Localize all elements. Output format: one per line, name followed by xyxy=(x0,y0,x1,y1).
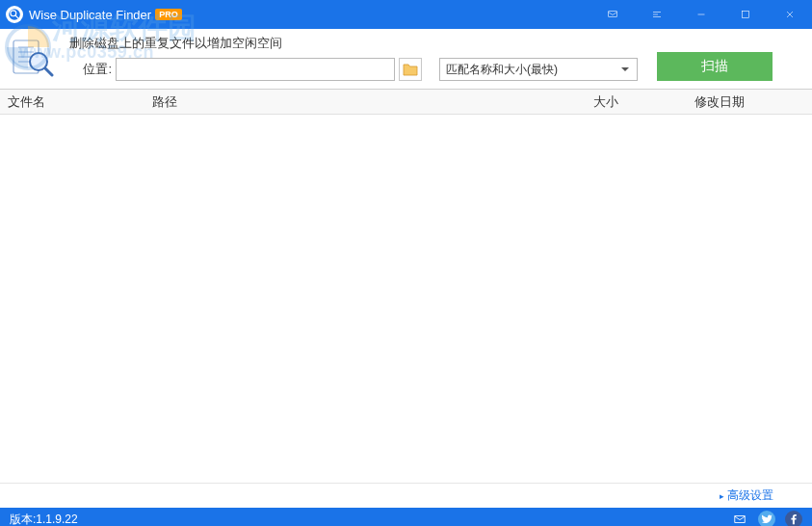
version-label: 版本:1.1.9.22 xyxy=(10,512,78,527)
results-table-body xyxy=(0,115,812,483)
menu-button[interactable] xyxy=(635,0,679,29)
match-mode-selected: 匹配名称和大小(最快) xyxy=(446,62,558,78)
facebook-icon[interactable] xyxy=(785,511,802,526)
svg-rect-8 xyxy=(743,12,749,18)
feedback-button[interactable] xyxy=(590,0,635,29)
app-icon xyxy=(6,6,23,23)
minimize-button[interactable] xyxy=(679,0,723,29)
mail-icon[interactable] xyxy=(731,511,748,526)
location-input[interactable] xyxy=(116,58,395,81)
match-mode-select[interactable]: 匹配名称和大小(最快) xyxy=(439,58,638,81)
column-path[interactable]: 路径 xyxy=(144,90,586,114)
titlebar: Wise Duplicate Finder PRO xyxy=(0,0,812,29)
close-button[interactable] xyxy=(768,0,812,29)
maximize-button[interactable] xyxy=(723,0,768,29)
svg-rect-3 xyxy=(609,12,617,17)
toolbar: 删除磁盘上的重复文件以增加空闲空间 位置: 匹配名称和大小(最快) 扫描 xyxy=(0,29,812,90)
location-label: 位置: xyxy=(65,61,112,78)
advanced-settings-link[interactable]: 高级设置 xyxy=(720,487,773,504)
advanced-settings-row: 高级设置 xyxy=(0,483,812,508)
results-table-header: 文件名 路径 大小 修改日期 xyxy=(0,90,812,115)
column-size[interactable]: 大小 xyxy=(586,90,687,114)
pro-badge: PRO xyxy=(155,9,182,20)
app-title: Wise Duplicate Finder xyxy=(29,8,151,22)
statusbar: 版本:1.1.9.22 xyxy=(0,508,812,526)
browse-folder-button[interactable] xyxy=(399,58,422,81)
column-filename[interactable]: 文件名 xyxy=(0,90,144,114)
scan-button[interactable]: 扫描 xyxy=(657,52,773,81)
column-modified[interactable]: 修改日期 xyxy=(687,90,812,114)
twitter-icon[interactable] xyxy=(758,511,775,526)
toolbar-description: 删除磁盘上的重复文件以增加空闲空间 xyxy=(65,35,422,52)
scan-doc-icon xyxy=(6,35,56,81)
svg-line-18 xyxy=(45,68,52,75)
